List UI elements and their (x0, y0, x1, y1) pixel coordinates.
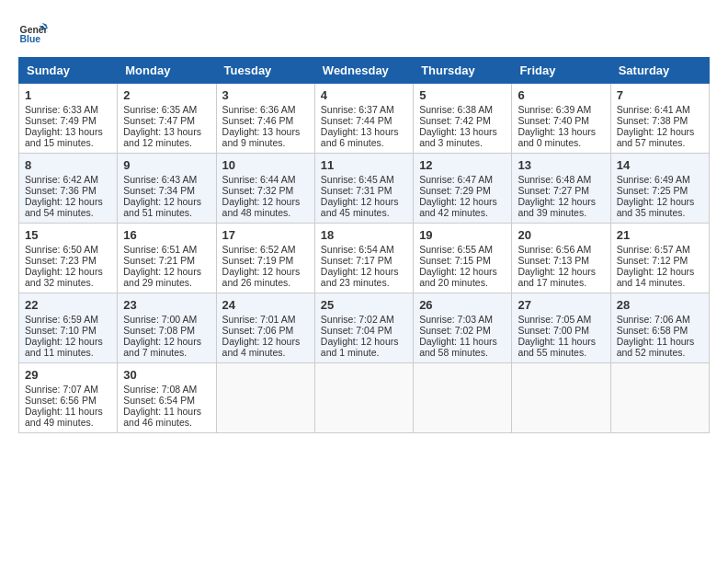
calendar-cell: 6Sunrise: 6:39 AMSunset: 7:40 PMDaylight… (512, 84, 610, 154)
daylight: Daylight: 12 hours and 42 minutes. (419, 196, 497, 218)
daylight: Daylight: 12 hours and 11 minutes. (25, 336, 103, 358)
calendar-cell: 29Sunrise: 7:07 AMSunset: 6:56 PMDayligh… (19, 363, 118, 433)
sunrise: Sunrise: 6:51 AM (123, 244, 197, 255)
sunset: Sunset: 7:12 PM (617, 255, 688, 266)
calendar-cell: 9Sunrise: 6:43 AMSunset: 7:34 PMDaylight… (118, 154, 216, 224)
column-header-sunday: Sunday (19, 58, 118, 84)
sunrise: Sunrise: 6:52 AM (222, 244, 296, 255)
sunrise: Sunrise: 6:37 AM (321, 104, 394, 115)
logo: General Blue (18, 18, 48, 48)
calendar-cell (512, 363, 610, 433)
sunrise: Sunrise: 6:59 AM (25, 314, 98, 325)
sunrise: Sunrise: 6:48 AM (518, 174, 591, 185)
sunset: Sunset: 7:34 PM (123, 185, 195, 196)
sunset: Sunset: 7:00 PM (518, 325, 589, 336)
calendar-cell: 15Sunrise: 6:50 AMSunset: 7:23 PMDayligh… (19, 224, 118, 293)
calendar-cell: 5Sunrise: 6:38 AMSunset: 7:42 PMDaylight… (414, 84, 512, 154)
day-number: 7 (617, 88, 703, 102)
daylight: Daylight: 12 hours and 4 minutes. (222, 336, 301, 358)
column-header-wednesday: Wednesday (314, 58, 413, 84)
day-number: 16 (123, 228, 210, 242)
sunset: Sunset: 7:02 PM (419, 325, 491, 336)
calendar-cell: 27Sunrise: 7:05 AMSunset: 7:00 PMDayligh… (512, 293, 610, 363)
calendar-cell: 4Sunrise: 6:37 AMSunset: 7:44 PMDaylight… (314, 84, 413, 154)
calendar-week-row: 1Sunrise: 6:33 AMSunset: 7:49 PMDaylight… (19, 84, 710, 154)
sunset: Sunset: 7:36 PM (25, 185, 97, 196)
day-number: 4 (321, 88, 407, 102)
daylight: Daylight: 12 hours and 26 minutes. (222, 266, 301, 288)
calendar-cell (414, 363, 512, 433)
daylight: Daylight: 12 hours and 57 minutes. (617, 126, 695, 148)
sunset: Sunset: 6:56 PM (25, 395, 97, 406)
day-number: 27 (518, 298, 604, 312)
calendar-week-row: 8Sunrise: 6:42 AMSunset: 7:36 PMDaylight… (19, 154, 710, 224)
day-number: 21 (617, 228, 703, 242)
day-number: 9 (123, 158, 210, 172)
sunrise: Sunrise: 7:03 AM (419, 314, 493, 325)
daylight: Daylight: 12 hours and 17 minutes. (518, 266, 596, 288)
sunset: Sunset: 7:10 PM (25, 325, 97, 336)
calendar-week-row: 29Sunrise: 7:07 AMSunset: 6:56 PMDayligh… (19, 363, 710, 433)
sunset: Sunset: 7:19 PM (222, 255, 294, 266)
daylight: Daylight: 13 hours and 3 minutes. (419, 126, 497, 148)
column-header-saturday: Saturday (610, 58, 709, 84)
column-header-tuesday: Tuesday (216, 58, 314, 84)
daylight: Daylight: 11 hours and 55 minutes. (518, 336, 596, 358)
daylight: Daylight: 12 hours and 29 minutes. (123, 266, 201, 288)
page-header: General Blue (18, 18, 710, 48)
sunset: Sunset: 7:23 PM (25, 255, 97, 266)
day-number: 13 (518, 158, 604, 172)
sunrise: Sunrise: 6:35 AM (123, 104, 197, 115)
daylight: Daylight: 12 hours and 35 minutes. (617, 196, 695, 218)
daylight: Daylight: 12 hours and 39 minutes. (518, 196, 596, 218)
sunrise: Sunrise: 6:47 AM (419, 174, 493, 185)
sunset: Sunset: 7:04 PM (321, 325, 392, 336)
day-number: 22 (25, 298, 111, 312)
logo-icon: General Blue (18, 18, 48, 48)
daylight: Daylight: 12 hours and 54 minutes. (25, 196, 103, 218)
daylight: Daylight: 12 hours and 1 minute. (321, 336, 399, 358)
daylight: Daylight: 12 hours and 45 minutes. (321, 196, 399, 218)
sunset: Sunset: 7:06 PM (222, 325, 294, 336)
day-number: 17 (222, 228, 309, 242)
calendar-cell: 1Sunrise: 6:33 AMSunset: 7:49 PMDaylight… (19, 84, 118, 154)
calendar-cell: 23Sunrise: 7:00 AMSunset: 7:08 PMDayligh… (118, 293, 216, 363)
daylight: Daylight: 12 hours and 20 minutes. (419, 266, 497, 288)
calendar-cell (314, 363, 413, 433)
sunset: Sunset: 6:54 PM (123, 395, 195, 406)
sunset: Sunset: 7:29 PM (419, 185, 491, 196)
calendar-cell (610, 363, 709, 433)
day-number: 12 (419, 158, 506, 172)
day-number: 24 (222, 298, 309, 312)
calendar-cell: 17Sunrise: 6:52 AMSunset: 7:19 PMDayligh… (216, 224, 314, 293)
calendar-cell: 10Sunrise: 6:44 AMSunset: 7:32 PMDayligh… (216, 154, 314, 224)
sunrise: Sunrise: 6:43 AM (123, 174, 197, 185)
sunrise: Sunrise: 6:50 AM (25, 244, 98, 255)
calendar-cell: 7Sunrise: 6:41 AMSunset: 7:38 PMDaylight… (610, 84, 709, 154)
sunset: Sunset: 7:32 PM (222, 185, 294, 196)
daylight: Daylight: 13 hours and 6 minutes. (321, 126, 399, 148)
column-header-monday: Monday (118, 58, 216, 84)
calendar-cell: 16Sunrise: 6:51 AMSunset: 7:21 PMDayligh… (118, 224, 216, 293)
sunrise: Sunrise: 6:54 AM (321, 244, 394, 255)
sunrise: Sunrise: 6:49 AM (617, 174, 690, 185)
day-number: 14 (617, 158, 703, 172)
column-header-friday: Friday (512, 58, 610, 84)
sunrise: Sunrise: 7:02 AM (321, 314, 394, 325)
calendar-table: SundayMondayTuesdayWednesdayThursdayFrid… (18, 57, 710, 433)
sunrise: Sunrise: 6:36 AM (222, 104, 296, 115)
daylight: Daylight: 13 hours and 15 minutes. (25, 126, 103, 148)
daylight: Daylight: 12 hours and 7 minutes. (123, 336, 201, 358)
day-number: 23 (123, 298, 210, 312)
sunset: Sunset: 7:21 PM (123, 255, 195, 266)
sunrise: Sunrise: 7:07 AM (25, 384, 98, 395)
daylight: Daylight: 13 hours and 12 minutes. (123, 126, 201, 148)
calendar-cell: 12Sunrise: 6:47 AMSunset: 7:29 PMDayligh… (414, 154, 512, 224)
day-number: 19 (419, 228, 506, 242)
sunrise: Sunrise: 6:55 AM (419, 244, 493, 255)
sunrise: Sunrise: 6:56 AM (518, 244, 591, 255)
sunset: Sunset: 7:31 PM (321, 185, 392, 196)
day-number: 15 (25, 228, 111, 242)
sunset: Sunset: 7:44 PM (321, 115, 392, 126)
day-number: 26 (419, 298, 506, 312)
